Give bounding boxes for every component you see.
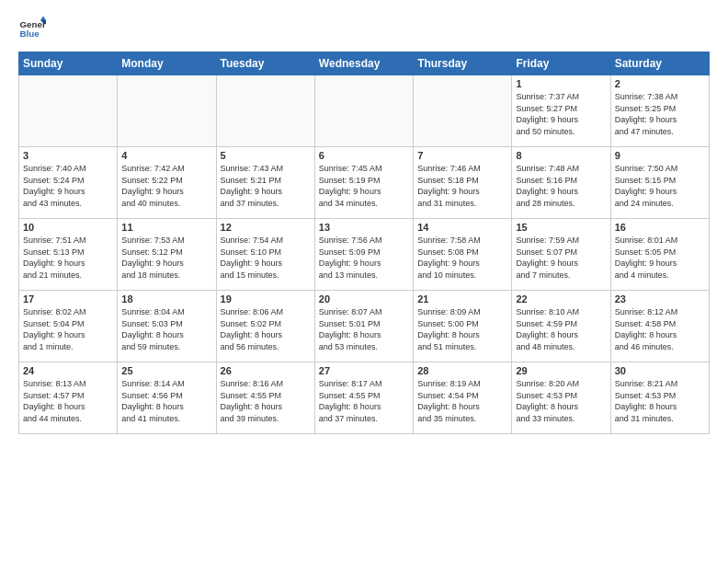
day-number: 26 — [221, 365, 311, 376]
day-info: Sunrise: 7:53 AMSunset: 5:12 PMDaylight:… — [121, 235, 211, 281]
calendar-cell: 10Sunrise: 7:51 AMSunset: 5:13 PMDayligh… — [19, 219, 118, 291]
day-info: Sunrise: 7:59 AMSunset: 5:07 PMDaylight:… — [516, 235, 606, 281]
header-tuesday: Tuesday — [216, 52, 314, 75]
calendar-cell — [314, 75, 413, 147]
calendar-cell: 21Sunrise: 8:09 AMSunset: 5:00 PMDayligh… — [414, 291, 512, 362]
day-info: Sunrise: 8:09 AMSunset: 5:00 PMDaylight:… — [417, 306, 507, 352]
day-number: 25 — [121, 365, 211, 376]
calendar-cell: 2Sunrise: 7:38 AMSunset: 5:25 PMDaylight… — [610, 75, 709, 147]
header-row: SundayMondayTuesdayWednesdayThursdayFrid… — [19, 52, 710, 75]
week-row-3: 17Sunrise: 8:02 AMSunset: 5:04 PMDayligh… — [19, 291, 710, 362]
day-info: Sunrise: 8:07 AMSunset: 5:01 PMDaylight:… — [319, 306, 409, 352]
day-info: Sunrise: 8:14 AMSunset: 4:56 PMDaylight:… — [121, 378, 211, 424]
calendar-cell — [118, 75, 216, 147]
day-number: 15 — [516, 222, 606, 233]
day-info: Sunrise: 7:51 AMSunset: 5:13 PMDaylight:… — [23, 235, 113, 281]
day-number: 12 — [221, 222, 311, 233]
day-info: Sunrise: 8:19 AMSunset: 4:54 PMDaylight:… — [417, 378, 507, 424]
calendar-table: SundayMondayTuesdayWednesdayThursdayFrid… — [18, 52, 710, 434]
day-number: 16 — [615, 222, 705, 233]
calendar-cell: 1Sunrise: 7:37 AMSunset: 5:27 PMDaylight… — [512, 75, 610, 147]
calendar-cell: 15Sunrise: 7:59 AMSunset: 5:07 PMDayligh… — [512, 219, 610, 291]
calendar-cell: 19Sunrise: 8:06 AMSunset: 5:02 PMDayligh… — [216, 291, 314, 362]
calendar-cell: 22Sunrise: 8:10 AMSunset: 4:59 PMDayligh… — [512, 291, 610, 362]
calendar-cell: 9Sunrise: 7:50 AMSunset: 5:15 PMDaylight… — [610, 147, 709, 219]
day-number: 5 — [221, 150, 311, 161]
day-number: 8 — [516, 150, 606, 161]
calendar-cell: 29Sunrise: 8:20 AMSunset: 4:53 PMDayligh… — [512, 362, 610, 434]
calendar-cell: 23Sunrise: 8:12 AMSunset: 4:58 PMDayligh… — [610, 291, 709, 362]
day-number: 18 — [121, 293, 211, 304]
day-info: Sunrise: 7:40 AMSunset: 5:24 PMDaylight:… — [23, 163, 113, 209]
calendar-cell: 14Sunrise: 7:58 AMSunset: 5:08 PMDayligh… — [414, 219, 512, 291]
day-info: Sunrise: 8:13 AMSunset: 4:57 PMDaylight:… — [23, 378, 113, 424]
day-number: 20 — [319, 293, 409, 304]
logo: General Blue — [18, 15, 50, 42]
calendar-cell: 25Sunrise: 8:14 AMSunset: 4:56 PMDayligh… — [118, 362, 216, 434]
calendar-cell: 27Sunrise: 8:17 AMSunset: 4:55 PMDayligh… — [314, 362, 413, 434]
day-info: Sunrise: 8:01 AMSunset: 5:05 PMDaylight:… — [615, 235, 705, 281]
page: General Blue SundayMondayTuesdayWednesda… — [0, 0, 728, 443]
day-number: 17 — [23, 293, 113, 304]
week-row-2: 10Sunrise: 7:51 AMSunset: 5:13 PMDayligh… — [19, 219, 710, 291]
day-number: 21 — [417, 293, 507, 304]
day-info: Sunrise: 8:20 AMSunset: 4:53 PMDaylight:… — [516, 378, 606, 424]
calendar-cell: 5Sunrise: 7:43 AMSunset: 5:21 PMDaylight… — [216, 147, 314, 219]
day-info: Sunrise: 8:12 AMSunset: 4:58 PMDaylight:… — [615, 306, 705, 352]
svg-marker-2 — [40, 17, 46, 21]
logo-icon: General Blue — [18, 15, 46, 42]
header-thursday: Thursday — [414, 52, 512, 75]
day-number: 6 — [319, 150, 409, 161]
calendar-cell: 3Sunrise: 7:40 AMSunset: 5:24 PMDaylight… — [19, 147, 118, 219]
calendar-cell — [216, 75, 314, 147]
calendar-cell: 26Sunrise: 8:16 AMSunset: 4:55 PMDayligh… — [216, 362, 314, 434]
day-number: 10 — [23, 222, 113, 233]
calendar-cell: 12Sunrise: 7:54 AMSunset: 5:10 PMDayligh… — [216, 219, 314, 291]
header: General Blue — [18, 15, 710, 42]
day-info: Sunrise: 7:43 AMSunset: 5:21 PMDaylight:… — [221, 163, 311, 209]
day-number: 23 — [615, 293, 705, 304]
calendar-cell: 8Sunrise: 7:48 AMSunset: 5:16 PMDaylight… — [512, 147, 610, 219]
day-info: Sunrise: 7:46 AMSunset: 5:18 PMDaylight:… — [417, 163, 507, 209]
day-number: 1 — [516, 78, 606, 89]
week-row-0: 1Sunrise: 7:37 AMSunset: 5:27 PMDaylight… — [19, 75, 710, 147]
header-wednesday: Wednesday — [314, 52, 413, 75]
day-info: Sunrise: 8:17 AMSunset: 4:55 PMDaylight:… — [319, 378, 409, 424]
day-info: Sunrise: 8:21 AMSunset: 4:53 PMDaylight:… — [615, 378, 705, 424]
week-row-4: 24Sunrise: 8:13 AMSunset: 4:57 PMDayligh… — [19, 362, 710, 434]
day-info: Sunrise: 7:42 AMSunset: 5:22 PMDaylight:… — [121, 163, 211, 209]
day-number: 3 — [23, 150, 113, 161]
day-number: 22 — [516, 293, 606, 304]
day-info: Sunrise: 7:58 AMSunset: 5:08 PMDaylight:… — [417, 235, 507, 281]
day-info: Sunrise: 8:16 AMSunset: 4:55 PMDaylight:… — [221, 378, 311, 424]
day-info: Sunrise: 7:50 AMSunset: 5:15 PMDaylight:… — [615, 163, 705, 209]
header-monday: Monday — [118, 52, 216, 75]
day-info: Sunrise: 7:38 AMSunset: 5:25 PMDaylight:… — [615, 91, 705, 137]
day-info: Sunrise: 8:04 AMSunset: 5:03 PMDaylight:… — [121, 306, 211, 352]
day-number: 27 — [319, 365, 409, 376]
day-number: 4 — [121, 150, 211, 161]
week-row-1: 3Sunrise: 7:40 AMSunset: 5:24 PMDaylight… — [19, 147, 710, 219]
day-number: 11 — [121, 222, 211, 233]
calendar-cell: 13Sunrise: 7:56 AMSunset: 5:09 PMDayligh… — [314, 219, 413, 291]
calendar-cell: 16Sunrise: 8:01 AMSunset: 5:05 PMDayligh… — [610, 219, 709, 291]
day-number: 14 — [417, 222, 507, 233]
day-number: 2 — [615, 78, 705, 89]
calendar-cell: 24Sunrise: 8:13 AMSunset: 4:57 PMDayligh… — [19, 362, 118, 434]
day-info: Sunrise: 7:56 AMSunset: 5:09 PMDaylight:… — [319, 235, 409, 281]
calendar-cell: 6Sunrise: 7:45 AMSunset: 5:19 PMDaylight… — [314, 147, 413, 219]
svg-text:Blue: Blue — [20, 29, 40, 39]
day-info: Sunrise: 7:37 AMSunset: 5:27 PMDaylight:… — [516, 91, 606, 137]
day-number: 7 — [417, 150, 507, 161]
day-number: 24 — [23, 365, 113, 376]
day-info: Sunrise: 7:48 AMSunset: 5:16 PMDaylight:… — [516, 163, 606, 209]
day-number: 13 — [319, 222, 409, 233]
day-info: Sunrise: 7:54 AMSunset: 5:10 PMDaylight:… — [221, 235, 311, 281]
header-sunday: Sunday — [19, 52, 118, 75]
calendar-cell: 30Sunrise: 8:21 AMSunset: 4:53 PMDayligh… — [610, 362, 709, 434]
calendar-cell — [414, 75, 512, 147]
day-info: Sunrise: 8:10 AMSunset: 4:59 PMDaylight:… — [516, 306, 606, 352]
header-friday: Friday — [512, 52, 610, 75]
day-info: Sunrise: 8:02 AMSunset: 5:04 PMDaylight:… — [23, 306, 113, 352]
day-number: 19 — [221, 293, 311, 304]
